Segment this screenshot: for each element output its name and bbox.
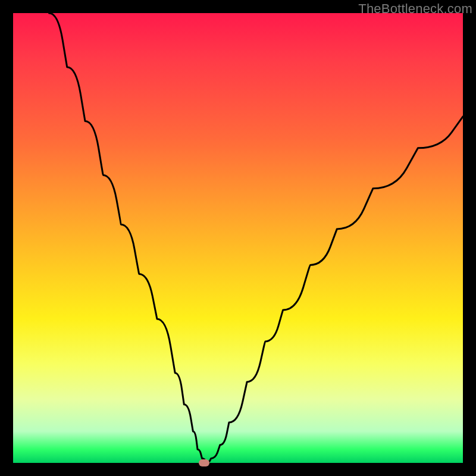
watermark-text: TheBottleneck.com xyxy=(358,1,472,17)
bottleneck-curve xyxy=(13,13,463,463)
chart-frame: TheBottleneck.com xyxy=(0,0,476,476)
curve-path xyxy=(49,13,464,463)
min-marker xyxy=(199,459,209,466)
plot-area xyxy=(13,13,463,463)
